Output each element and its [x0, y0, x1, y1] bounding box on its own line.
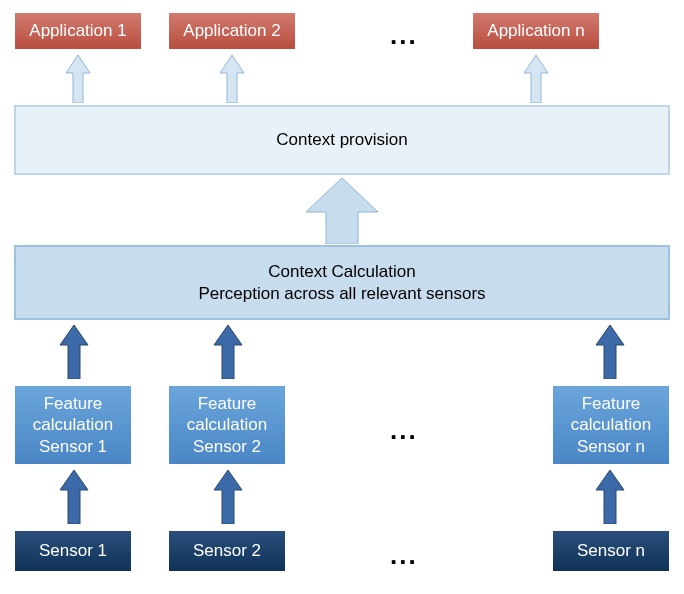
application-1-box: Application 1: [14, 12, 142, 50]
sensor-n-box: Sensor n: [552, 530, 670, 572]
feature-calc-1-box: Feature calculation Sensor 1: [14, 385, 132, 465]
application-2-box: Application 2: [168, 12, 296, 50]
context-calculation-title: Context Calculation: [198, 261, 485, 282]
arrow-feat1-to-calc: [56, 325, 92, 379]
arrow-to-app-1: [62, 55, 94, 103]
ellipsis-apps: ...: [390, 20, 418, 51]
ellipsis-features: ...: [390, 415, 418, 446]
context-calculation-box: Context Calculation Perception across al…: [14, 245, 670, 320]
arrow-feat2-to-calc: [210, 325, 246, 379]
ellipsis-sensors: ...: [390, 540, 418, 571]
arrow-to-app-2: [216, 55, 248, 103]
arrow-to-app-n: [520, 55, 552, 103]
arrow-sensorn-to-feat: [592, 470, 628, 524]
arrow-sensor2-to-feat: [210, 470, 246, 524]
context-calculation-subtitle: Perception across all relevant sensors: [198, 283, 485, 304]
sensor-1-box: Sensor 1: [14, 530, 132, 572]
arrow-sensor1-to-feat: [56, 470, 92, 524]
application-n-box: Application n: [472, 12, 600, 50]
feature-calc-n-box: Feature calculation Sensor n: [552, 385, 670, 465]
sensor-2-box: Sensor 2: [168, 530, 286, 572]
arrow-calc-to-provision: [302, 178, 382, 244]
feature-calc-2-box: Feature calculation Sensor 2: [168, 385, 286, 465]
arrow-featn-to-calc: [592, 325, 628, 379]
context-provision-box: Context provision: [14, 105, 670, 175]
